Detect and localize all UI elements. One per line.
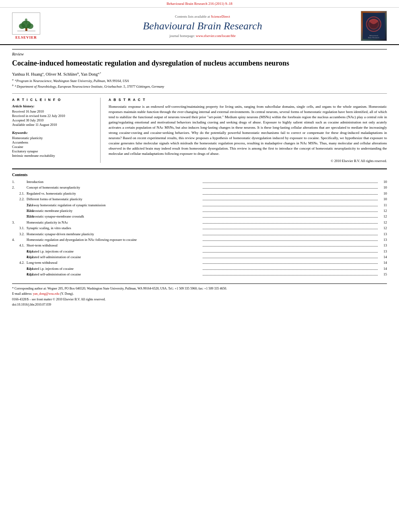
toc-item: 4.2.Long-term withdrawal14 bbox=[12, 260, 387, 265]
toc-page: 11 bbox=[379, 203, 387, 208]
toc-text: Two-way homeostatic regulation of synapt… bbox=[27, 203, 202, 208]
keyword-1: Homeostatic plasticity bbox=[12, 136, 95, 140]
revised-date: Received in revised form 22 July 2010 bbox=[12, 114, 95, 118]
toc-dots bbox=[203, 214, 378, 218]
affiliation-a: a ᵃ Program in Neuroscience, Washington … bbox=[12, 78, 387, 83]
svg-point-3 bbox=[19, 23, 25, 29]
toc-page: 13 bbox=[379, 243, 387, 248]
toc-page: 10 bbox=[379, 180, 387, 185]
article-title: Cocaine-induced homeostatic regulation a… bbox=[12, 59, 387, 68]
toc-dots bbox=[203, 266, 378, 270]
journal-homepage-line: journal homepage: www.elsevier.com/locat… bbox=[44, 34, 361, 38]
toc-number: 3. bbox=[12, 220, 27, 225]
issn-line: 0166-4328/$ – see front matter © 2010 El… bbox=[12, 297, 387, 302]
toc-item: 2.1.Regulated vs. homeostatic plasticity… bbox=[12, 191, 387, 196]
toc-text: Homeostatic regulation and dysregulation… bbox=[27, 238, 202, 242]
toc-dots bbox=[203, 260, 378, 264]
toc-item: 2.2.Different forms of homeostatic plast… bbox=[12, 197, 387, 202]
toc-text: Repeated i.p. injections of cocaine bbox=[27, 249, 202, 254]
abstract-column: A B S T R A C T Homeostatic response is … bbox=[109, 98, 387, 163]
doi-line: doi:10.1016/j.bbr.2010.07.039 bbox=[12, 302, 387, 307]
abstract-text: Homeostatic response is an endowed self-… bbox=[109, 104, 387, 156]
toc-page: 10 bbox=[379, 197, 387, 202]
toc-number: 4.1.1. bbox=[12, 249, 27, 254]
toc-page: 14 bbox=[379, 255, 387, 260]
toc-number: 4.2.1. bbox=[12, 267, 27, 271]
toc-item: 1.Introduction10 bbox=[12, 179, 387, 185]
toc-page: 14 bbox=[379, 261, 387, 265]
toc-dots bbox=[203, 185, 378, 189]
toc-page: 13 bbox=[379, 232, 387, 237]
toc-item: 3.Homeostatic plasticity in NAc12 bbox=[12, 220, 387, 225]
email-link[interactable]: yan_dong@wsu.edu bbox=[33, 292, 59, 296]
toc-item: 2.Concept of homeostatic neuroplasticity… bbox=[12, 185, 387, 190]
toc-number: 2.2.2. bbox=[12, 209, 27, 214]
svg-point-5 bbox=[25, 18, 27, 21]
toc-dots bbox=[203, 220, 378, 224]
toc-number: 2.1. bbox=[12, 191, 27, 196]
toc-dots bbox=[203, 237, 378, 241]
toc-number: 2.2. bbox=[12, 197, 27, 202]
journal-ref-text: Behavioural Brain Research 216 (2011) 9–… bbox=[167, 2, 232, 6]
logo-box bbox=[12, 12, 40, 35]
keyword-2: Accumbens bbox=[12, 140, 95, 144]
page: Behavioural Brain Research 216 (2011) 9–… bbox=[0, 0, 399, 532]
journal-cover-image: Behavioural Brain Research bbox=[363, 13, 385, 39]
toc-item: 2.2.2.Homeostatic membrane plasticity12 bbox=[12, 208, 387, 214]
homepage-url[interactable]: www.elsevier.com/locate/bbr bbox=[196, 34, 236, 38]
toc-number: 2. bbox=[12, 185, 27, 190]
footer-section: * Corresponding author at: Wegner 205, P… bbox=[12, 283, 387, 307]
accepted-date: Accepted 30 July 2010 bbox=[12, 118, 95, 122]
article-type: Review bbox=[12, 49, 387, 56]
toc-number: 3.2. bbox=[12, 232, 27, 237]
toc-item: 3.2.Homeostatic synapse-driven membrane … bbox=[12, 232, 387, 237]
toc-page: 10 bbox=[379, 185, 387, 190]
toc-page: 15 bbox=[379, 272, 387, 277]
toc-text: Homeostatic plasticity in NAc bbox=[27, 220, 202, 225]
toc-page: 12 bbox=[379, 214, 387, 219]
toc-text: Concept of homeostatic neuroplasticity bbox=[27, 185, 202, 190]
toc-text: Homeostatic synapse-membrane crosstalk bbox=[27, 214, 202, 219]
toc-item: 4.1.Short-term withdrawal13 bbox=[12, 243, 387, 248]
journal-reference-bar: Behavioural Brain Research 216 (2011) 9–… bbox=[0, 0, 399, 8]
received-date: Received 16 June 2010 bbox=[12, 109, 95, 113]
toc-page: 13 bbox=[379, 238, 387, 242]
elsevier-tree-icon bbox=[15, 16, 37, 33]
toc-text: Different forms of homeostatic plasticit… bbox=[27, 197, 202, 202]
email-suffix: (Y. Dong). bbox=[60, 292, 74, 296]
toc-number: 4.1.2. bbox=[12, 255, 27, 260]
table-of-contents: 1.Introduction102.Concept of homeostatic… bbox=[12, 179, 387, 277]
elsevier-logo: ELSEVIER bbox=[8, 12, 44, 39]
journal-header: ELSEVIER Contents lists available at Sci… bbox=[0, 8, 399, 45]
toc-item: 4.2.1.Repeated i.p. injections of cocain… bbox=[12, 266, 387, 271]
toc-item: 2.2.3.Homeostatic synapse-membrane cross… bbox=[12, 214, 387, 219]
abstract-label: A B S T R A C T bbox=[109, 98, 387, 102]
svg-text:Brain Research: Brain Research bbox=[368, 37, 379, 39]
sciencedirect-link[interactable]: ScienceDirect bbox=[211, 14, 230, 18]
corresponding-author-line: * Corresponding author at: Wegner 205, P… bbox=[12, 286, 387, 291]
toc-dots bbox=[203, 208, 378, 212]
article-info-label: A R T I C L E I N F O bbox=[12, 98, 95, 102]
toc-text: Repeated self-administration of cocaine bbox=[27, 272, 202, 277]
authors-text: Yanhua H. Huanga, Oliver M. Schlüterb, Y… bbox=[12, 72, 101, 76]
toc-dots bbox=[203, 232, 378, 235]
affiliation-b: b ᵇ Department of Neurobiology, European… bbox=[12, 84, 387, 88]
toc-text: Homeostatic synapse-driven membrane plas… bbox=[27, 232, 202, 237]
contents-available-line: Contents lists available at ScienceDirec… bbox=[44, 14, 361, 18]
toc-item: 3.1.Synaptic scaling, in vitro studies12 bbox=[12, 226, 387, 231]
keyword-4: Excitatory synapse bbox=[12, 149, 95, 153]
toc-number: 4.1. bbox=[12, 243, 27, 248]
toc-number: 4. bbox=[12, 238, 27, 242]
contents-title: Contents bbox=[12, 173, 387, 177]
toc-number: 1. bbox=[12, 180, 27, 185]
toc-item: 4.1.1.Repeated i.p. injections of cocain… bbox=[12, 249, 387, 254]
article-info-column: A R T I C L E I N F O Article history: R… bbox=[12, 98, 101, 163]
journal-center: Contents lists available at ScienceDirec… bbox=[44, 14, 361, 38]
toc-dots bbox=[203, 203, 378, 206]
contents-section: Contents 1.Introduction102.Concept of ho… bbox=[12, 168, 387, 277]
toc-dots bbox=[203, 179, 378, 183]
authors-line: Yanhua H. Huanga, Oliver M. Schlüterb, Y… bbox=[12, 71, 387, 76]
available-date: Available online 11 August 2010 bbox=[12, 123, 95, 127]
toc-dots bbox=[203, 197, 378, 200]
email-label: E-mail address: bbox=[12, 292, 32, 296]
